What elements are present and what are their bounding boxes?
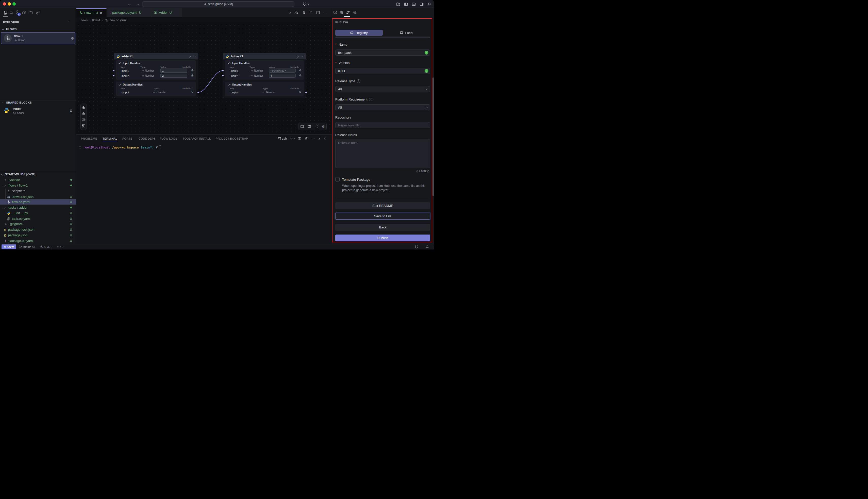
kill-terminal-icon[interactable] <box>305 137 308 141</box>
feedback-icon[interactable] <box>353 10 357 14</box>
ports-status[interactable]: 0 <box>57 244 63 250</box>
help-icon[interactable]: ? <box>357 80 360 83</box>
value-input[interactable]: <connected> <box>269 69 296 73</box>
toggle-secondary-sidebar-icon[interactable] <box>420 2 424 6</box>
panel-tab-terminal[interactable]: TERMINAL <box>102 135 117 142</box>
activity-blocks-icon[interactable] <box>22 10 26 15</box>
nav-back-icon[interactable]: ← <box>128 2 132 6</box>
input-port[interactable] <box>112 74 115 77</box>
shared-block-item[interactable]: Adder adder ⚙ <box>0 106 76 115</box>
panel-tab-project-bootstrap[interactable]: PROJECT BOOTSTRAP <box>216 135 248 142</box>
problems-status[interactable]: 0 ⚠ 0 <box>40 244 52 250</box>
repository-input[interactable] <box>335 122 430 128</box>
minimize-window-button[interactable] <box>8 2 11 5</box>
node-more-icon[interactable]: ⋯ <box>193 55 195 58</box>
new-terminal-button[interactable]: + <box>290 136 294 141</box>
tab-flow-1[interactable]: Flow 1 U ✕ <box>76 8 107 17</box>
tab-adder[interactable]: Adder U <box>151 8 182 17</box>
platform-select[interactable]: All <box>335 104 430 110</box>
handle-gear-icon[interactable]: ⚙ <box>299 69 302 72</box>
release-type-select[interactable]: All <box>335 86 430 92</box>
canvas-settings-gear-icon[interactable]: ⚙ <box>322 125 325 129</box>
sync-icon[interactable]: ⇅ <box>302 11 305 15</box>
terminal-content[interactable]: root@localhost:/app/workspace (main*) # <box>79 145 161 149</box>
tree-item-flow-oo-yaml[interactable]: flow.oo.yaml U <box>0 199 76 205</box>
input-port[interactable] <box>222 69 224 72</box>
shell-indicator[interactable]: zsh <box>278 137 287 141</box>
save-to-file-button[interactable]: Save to File <box>335 213 430 220</box>
panel-tab-problems[interactable]: PROBLEMS <box>81 135 97 142</box>
zoom-window-button[interactable] <box>12 2 16 5</box>
flow-list-item[interactable]: flow-1 flow-1 ⚙ <box>1 32 75 44</box>
node-more-icon[interactable]: ⋯ <box>301 55 303 58</box>
input-port[interactable] <box>222 74 224 77</box>
node-adder-1[interactable]: adder#1 ▷ ⋯ Input Handles Key Type Value… <box>114 53 198 98</box>
command-center-search[interactable]: start-guide [OVM] <box>142 1 294 7</box>
tree-item-flow-ui-json[interactable]: .flow.ui.oo.json U <box>0 194 76 199</box>
release-notes-textarea[interactable] <box>335 139 430 168</box>
panel-tab-toolpack-install[interactable]: TOOLPACK INSTALL <box>183 135 211 142</box>
customize-layout-icon[interactable] <box>396 2 400 6</box>
handle-gear-icon[interactable]: ⚙ <box>191 69 194 72</box>
copilot-menu[interactable] <box>303 2 309 6</box>
tree-item-init-py[interactable]: __init__.py U <box>0 210 76 216</box>
handle-gear-icon[interactable]: ⚙ <box>191 90 194 94</box>
edit-readme-button[interactable]: Edit README <box>335 202 430 209</box>
scrollbar-thumb[interactable] <box>432 77 434 196</box>
open-preview-icon[interactable] <box>309 11 313 14</box>
notifications-bell[interactable] <box>425 244 429 250</box>
node-header[interactable]: Adder #2 ▷ ⋯ <box>223 53 306 59</box>
value-input[interactable]: 4 <box>269 74 296 78</box>
tree-item-vscode[interactable]: .vscode <box>0 177 76 182</box>
auto-layout-icon[interactable] <box>82 124 86 128</box>
remote-indicator[interactable]: OVM <box>1 244 16 249</box>
flow-canvas[interactable]: adder#1 ▷ ⋯ Input Handles Key Type Value… <box>76 23 332 134</box>
close-tab-icon[interactable]: ✕ <box>100 11 102 15</box>
rerun-icon[interactable] <box>295 11 299 14</box>
node-adder-2[interactable]: Adder #2 ▷ ⋯ Input Handles Key Type Valu… <box>223 53 306 98</box>
handle-gear-icon[interactable]: ⚙ <box>299 74 302 77</box>
tree-item-task-oo-yaml[interactable]: task.oo.yaml U <box>0 216 76 221</box>
input-port[interactable] <box>112 69 115 72</box>
fit-view-icon[interactable] <box>82 118 86 122</box>
template-package-checkbox[interactable] <box>335 177 340 182</box>
activity-flows-icon[interactable]: 13 <box>15 10 20 15</box>
help-icon[interactable]: ? <box>369 98 372 101</box>
maximize-panel-icon[interactable]: ∧ <box>318 137 320 141</box>
split-terminal-icon[interactable] <box>298 137 301 141</box>
handle-gear-icon[interactable]: ⚙ <box>191 74 194 77</box>
flow-item-gear-icon[interactable]: ⚙ <box>71 37 74 40</box>
local-tab[interactable]: Local <box>383 30 430 36</box>
registry-tab[interactable]: Registry <box>335 30 383 36</box>
activity-key-icon[interactable] <box>36 10 40 15</box>
run-node-icon[interactable]: ▷ <box>297 55 299 58</box>
node-header[interactable]: adder#1 ▷ ⋯ <box>114 53 198 59</box>
activity-explorer-icon[interactable] <box>3 10 8 15</box>
version-input[interactable] <box>335 68 430 74</box>
tree-root-header[interactable]: START-GUIDE [OVM] <box>0 172 76 177</box>
tree-item-tasks-adder[interactable]: tasks / adder <box>0 205 76 210</box>
zoom-in-icon[interactable] <box>82 106 86 110</box>
panel-icon[interactable] <box>300 125 304 129</box>
zoom-out-icon[interactable] <box>82 112 86 116</box>
tree-item-scriptlets[interactable]: scriptlets <box>0 188 76 194</box>
shared-section-chevron[interactable] <box>2 101 4 104</box>
toggle-primary-sidebar-icon[interactable] <box>404 2 408 6</box>
flows-section-header[interactable]: FLOWS <box>6 28 17 31</box>
shared-section-header[interactable]: SHARED BLOCKS <box>6 101 32 104</box>
close-window-button[interactable] <box>3 2 6 5</box>
activity-folder-icon[interactable] <box>28 10 33 15</box>
publish-button[interactable]: Publish <box>335 234 430 241</box>
branch-status[interactable]: main* <box>19 244 36 250</box>
tree-item-gitignore[interactable]: .gitignore U <box>0 221 76 227</box>
explorer-more-icon[interactable]: ⋯ <box>67 20 71 24</box>
minimap-icon[interactable] <box>307 125 311 129</box>
tab-package-oo-yaml[interactable]: ! package.oo.yaml U <box>107 8 151 17</box>
split-editor-icon[interactable] <box>316 11 320 14</box>
toggle-panel-icon[interactable] <box>412 2 416 6</box>
tree-item-package-lock-json[interactable]: {} package-lock.json U <box>0 227 76 232</box>
run-node-icon[interactable]: ▷ <box>189 55 191 58</box>
breadcrumb-flow-1[interactable]: flow-1 <box>92 19 100 22</box>
more-actions-icon[interactable]: ⋯ <box>323 11 327 15</box>
back-button[interactable]: Back <box>335 224 430 231</box>
